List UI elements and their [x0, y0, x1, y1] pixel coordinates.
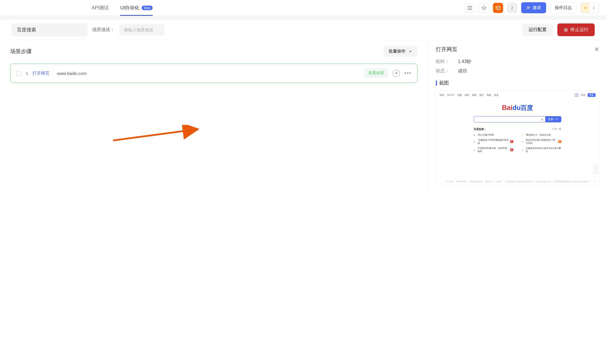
- stop-run-button[interactable]: 终止运行: [557, 23, 595, 36]
- step-card[interactable]: 1 打开网页 www.baidu.com 查看结果 + •••: [10, 64, 417, 83]
- tab-api-test[interactable]: API测试: [92, 0, 109, 16]
- ss-nav-link: 网盘: [487, 94, 491, 97]
- nav-tabs: API测试 UI自动化 Beta: [92, 0, 153, 16]
- ss-search-box: ◉ 百度一下: [474, 116, 561, 122]
- ss-hot-item: 3聚亚洲之力，筑未来之路: [522, 133, 561, 136]
- run-config-button[interactable]: 运行配置: [522, 23, 553, 36]
- ss-footer-link: 互联网新闻信息服务许可证11220180008: [553, 180, 589, 183]
- ss-search-button: 百度一下: [545, 116, 561, 122]
- ss-nav-link: 新闻: [440, 94, 444, 97]
- ss-footer-link: 关于百度: [446, 180, 454, 183]
- right-panel-header: 打开网页 ✕: [436, 46, 599, 53]
- ss-footer-link: 京ICP证030173号: [535, 180, 551, 183]
- status-label: 状态：: [436, 68, 453, 74]
- ss-footer-link: ›: [591, 180, 592, 183]
- time-row: 耗时： 1.43秒: [436, 59, 599, 65]
- right-title: 打开网页: [436, 46, 457, 53]
- operation-log-button[interactable]: 操作日志: [550, 2, 577, 14]
- ss-nav-link: 视频: [472, 94, 477, 97]
- ss-footer-link: 企业推广: [495, 180, 503, 183]
- ss-logo-du: du: [512, 104, 521, 111]
- ss-nav: 新闻hao123地图贴吧视频图片网盘更多: [440, 94, 499, 97]
- ss-hot-text: 中领馆回应遭冲闯：造成严重破坏: [478, 147, 509, 153]
- beta-badge: Beta: [142, 6, 153, 10]
- ss-rank: ▴: [474, 134, 477, 136]
- ss-chip-icon: [594, 170, 598, 174]
- tab-ui-automation[interactable]: UI自动化 Beta: [120, 0, 153, 16]
- package-icon: [495, 5, 501, 10]
- view-result-button[interactable]: 查看结果: [364, 68, 388, 78]
- step-target: www.baidu.com: [57, 71, 86, 76]
- layout-icon: [468, 6, 472, 10]
- ss-nav-link: 图片: [479, 94, 484, 97]
- ss-footer-link: About Baidu: [456, 180, 467, 183]
- invite-button[interactable]: 邀请: [521, 2, 546, 13]
- ss-footer-link: ∧: [594, 180, 596, 183]
- ss-rank: 4: [522, 140, 524, 143]
- camera-icon: ◉: [539, 118, 545, 121]
- ss-hot-text: 聚亚洲之力，筑未来之路: [526, 133, 551, 136]
- scene-desc-input[interactable]: [119, 24, 165, 36]
- ss-hot-text: "北极鲶鱼"爷爷钟庚赐被开除党籍: [478, 138, 509, 145]
- ss-hot-columns: ▴同心共圆中国梦1"北极鲶鱼"爷爷钟庚赐被开除党籍热2中领馆回应遭冲闯：造成严重…: [474, 133, 561, 155]
- screenshot-preview[interactable]: 新闻hao123地图贴吧视频图片网盘更多 AI 设置 登录 Baidu百度 ◉ …: [436, 90, 599, 186]
- invite-label: 邀请: [533, 5, 541, 10]
- main-content: 场景步骤 批量操作 1 打开网页 www.baidu.com 查看结果 + ••…: [0, 40, 606, 191]
- ss-footer-link: 京公网安备11000002000001号: [505, 180, 533, 183]
- step-checkbox[interactable]: [16, 71, 21, 76]
- ss-settings: 设置: [581, 94, 585, 97]
- ss-hot-text: 同心共圆中国梦: [478, 133, 494, 136]
- user-add-icon: [526, 6, 531, 10]
- left-panel-header: 场景步骤 批量操作: [10, 46, 417, 57]
- ss-logo: Baidu百度: [440, 104, 596, 112]
- ss-hot-left: ▴同心共圆中国梦1"北极鲶鱼"爷爷钟庚赐被开除党籍热2中领馆回应遭冲闯：造成严重…: [474, 133, 513, 155]
- ss-search-row: ◉ 百度一下: [440, 116, 596, 122]
- close-icon[interactable]: ✕: [594, 46, 599, 53]
- ss-hot-item: ▴同心共圆中国梦: [474, 133, 513, 136]
- ss-hot-title: 百度热搜 ›: [474, 127, 486, 131]
- ss-ai-badge: AI: [574, 94, 579, 97]
- ss-hot-tag: 热: [510, 148, 513, 151]
- add-step-icon[interactable]: +: [393, 70, 400, 77]
- gap-bar: [0, 16, 606, 20]
- ss-hot-item: 5北极鲶鱼爷爷处罚是否太轻?多方解读: [522, 147, 561, 153]
- ss-side-chips: [594, 165, 598, 174]
- dark-mode-icon[interactable]: ☾: [590, 3, 599, 13]
- batch-operation-button[interactable]: 批量操作: [384, 46, 417, 57]
- sub-header-right: 运行配置 终止运行: [522, 23, 595, 36]
- ss-hot-text: 取40万刚出银行就被抢劫？警方回应: [526, 138, 557, 145]
- ss-rank: 2: [474, 149, 476, 151]
- steps-title: 场景步骤: [10, 48, 32, 55]
- ss-hot-item: 1"北极鲶鱼"爷爷钟庚赐被开除党籍热: [474, 138, 513, 145]
- theme-toggle[interactable]: ☀ ☾: [581, 3, 599, 13]
- ss-rank: 1: [474, 140, 476, 143]
- ss-rank: 5: [522, 149, 524, 151]
- ss-chip-icon: [594, 165, 598, 169]
- svg-point-2: [527, 6, 529, 8]
- step-number: 1: [26, 71, 28, 76]
- batch-label: 批量操作: [389, 49, 406, 54]
- nav-right: 2 邀请 操作日志 ☀ ☾: [465, 2, 599, 14]
- status-row: 状态： 成功: [436, 68, 599, 74]
- ss-hot-tag: 新: [558, 140, 561, 143]
- light-mode-icon[interactable]: ☀: [581, 3, 590, 13]
- ss-hot-search: 百度热搜 › ⟳ 换一换 ▴同心共圆中国梦1"北极鲶鱼"爷爷钟庚赐被开除党籍热2…: [440, 127, 596, 155]
- more-icon[interactable]: •••: [404, 70, 412, 76]
- sub-header: 百度搜索 场景描述： 运行配置 终止运行: [0, 20, 606, 40]
- layout-icon-button[interactable]: [465, 3, 475, 13]
- ss-hot-head: 百度热搜 › ⟳ 换一换: [474, 127, 561, 131]
- ss-nav-link: 更多: [494, 94, 499, 97]
- package-icon-button[interactable]: [493, 3, 503, 13]
- scene-name[interactable]: 百度搜索: [11, 23, 88, 36]
- svg-line-5: [113, 129, 198, 140]
- time-value: 1.43秒: [458, 59, 471, 65]
- ss-top-bar: 新闻hao123地图贴吧视频图片网盘更多 AI 设置 登录: [440, 93, 596, 97]
- cube-icon: [482, 6, 486, 10]
- left-panel: 场景步骤 批量操作 1 打开网页 www.baidu.com 查看结果 + ••…: [0, 40, 428, 191]
- screenshot-section-title: 截图: [436, 80, 599, 86]
- screenshot-wrap: 新闻hao123地图贴吧视频图片网盘更多 AI 设置 登录 Baidu百度 ◉ …: [436, 90, 599, 186]
- ss-logo-cn: 百度: [521, 104, 533, 111]
- ss-footer: 关于百度About Baidu使用百度前必读帮助中心企业推广京公网安备11000…: [440, 180, 596, 183]
- cube-icon-button[interactable]: [479, 3, 489, 13]
- notification-count[interactable]: 2: [507, 3, 517, 13]
